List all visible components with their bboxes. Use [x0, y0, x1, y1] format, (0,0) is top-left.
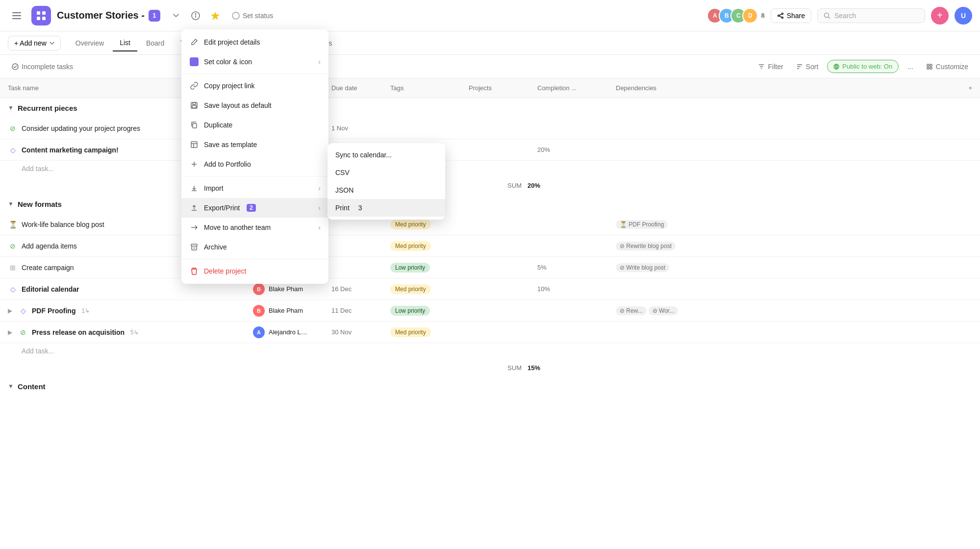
add-task-recurrent[interactable]: Add task... [0, 161, 980, 176]
global-add-button[interactable]: + [931, 7, 949, 25]
submenu-item-csv[interactable]: CSV [327, 164, 445, 181]
expand-icon[interactable]: ▶ [8, 307, 12, 314]
table-row[interactable]: ⊘ Consider updating your project progres… [0, 118, 980, 139]
set-status-button[interactable]: Set status [227, 9, 278, 23]
submenu-export: Sync to calendar... CSV JSON Print 3 [327, 143, 445, 220]
task-deps: ⏳ PDF Proofing [616, 220, 714, 229]
task-due: 11 Dec [331, 307, 390, 314]
top-bar-actions: Set status [168, 8, 278, 24]
task-deps: ⊘ Write blog post [616, 263, 714, 272]
svg-rect-30 [930, 64, 932, 66]
tag-med-priority: Med priority [390, 327, 431, 337]
task-complete-icon: ⊘ [18, 327, 28, 337]
avatars: A B C D 8 [707, 8, 764, 24]
sum-row-recurrent: SUM 20% [0, 176, 980, 194]
share-button[interactable]: Share [771, 8, 811, 23]
add-new-button[interactable]: + Add new [8, 36, 61, 50]
menu-item-set-color[interactable]: Set color & icon › [181, 52, 328, 72]
col-projects: Projects [469, 84, 537, 92]
top-bar: Customer Stories - 1 Set status A B C D … [0, 0, 980, 31]
col-due-date: Due date [331, 84, 390, 92]
hamburger-button[interactable] [8, 7, 25, 25]
tag-med-priority: Med priority [390, 284, 431, 294]
menu-item-add-portfolio[interactable]: Add to Portfolio [181, 154, 328, 174]
tab-board[interactable]: Board [139, 35, 171, 51]
move-icon [189, 223, 199, 232]
svg-rect-32 [930, 67, 932, 69]
svg-rect-4 [42, 11, 46, 15]
task-assignee: B Blake Pham [253, 283, 331, 295]
submenu-arrow-export: › [318, 204, 321, 212]
task-name-editorial: ◇ Editorial calendar [8, 284, 253, 294]
svg-point-14 [781, 17, 783, 18]
incomplete-tasks-button[interactable]: Incomplete tasks [8, 60, 77, 74]
dropdown-arrow-button[interactable] [168, 8, 184, 24]
task-tags: Med priority [390, 327, 469, 337]
table-row[interactable]: ⊞ Create campaign Low priority 5% ⊘ Writ… [0, 257, 980, 278]
submenu-item-json[interactable]: JSON [327, 181, 445, 199]
menu-item-export-print[interactable]: Export/Print 2 › [181, 198, 328, 218]
menu-item-archive[interactable]: Archive [181, 237, 328, 257]
menu-item-copy-link[interactable]: Copy project link [181, 76, 328, 96]
star-button[interactable] [207, 8, 223, 24]
task-diamond-icon: ◇ [8, 284, 18, 294]
tab-list[interactable]: List [113, 35, 137, 51]
project-title: Customer Stories - 1 [57, 10, 160, 22]
svg-rect-0 [12, 12, 21, 13]
task-completion: 10% [537, 285, 616, 293]
table-row[interactable]: ◇ Content marketing campaign! B Blake Ph… [0, 139, 980, 161]
col-add[interactable]: + [968, 84, 972, 92]
menu-item-move-team[interactable]: Move to another team › [181, 218, 328, 237]
table-row[interactable]: ▶ ◇ PDF Proofing 1↳ B Blake Pham 11 Dec … [0, 300, 980, 322]
dropdown-menu: Edit project details Set color & icon › … [181, 29, 328, 284]
sort-button[interactable]: Sort [792, 60, 823, 74]
svg-rect-6 [42, 17, 46, 20]
menu-item-save-template[interactable]: Save as template [181, 135, 328, 154]
table-row[interactable]: ⊘ Add agenda items Med priority ⊘ Rewrit… [0, 235, 980, 257]
menu-item-save-layout[interactable]: Save layout as default [181, 96, 328, 115]
submenu-item-print[interactable]: Print 3 [327, 199, 445, 217]
svg-rect-36 [193, 124, 197, 128]
section-toggle-content[interactable]: ▼ [8, 383, 14, 390]
customize-button[interactable]: Customize [922, 60, 972, 74]
svg-point-11 [232, 12, 239, 19]
table-row[interactable]: ◇ Editorial calendar B Blake Pham 16 Dec… [0, 278, 980, 300]
menu-item-delete[interactable]: Delete project [181, 261, 328, 281]
menu-divider-3 [181, 259, 328, 259]
table-row[interactable]: ▶ ⊘ Press release on acquisition 5↳ A Al… [0, 322, 980, 343]
expand-icon[interactable]: ▶ [8, 329, 12, 336]
task-deps: ⊘ Rewrite blog post [616, 242, 714, 250]
task-grid-icon: ⊞ [8, 263, 18, 273]
svg-rect-29 [927, 64, 929, 66]
add-task-new-formats[interactable]: Add task... [0, 343, 980, 359]
menu-item-duplicate[interactable]: Duplicate [181, 115, 328, 135]
public-web-button[interactable]: Public to web: On [827, 60, 899, 73]
search-box[interactable]: Search [817, 8, 925, 23]
app-icon [31, 6, 51, 25]
submenu-item-sync-cal[interactable]: Sync to calendar... [327, 146, 445, 164]
info-button[interactable] [188, 8, 203, 24]
task-tags: Med priority [390, 284, 469, 294]
archive-icon [189, 242, 199, 252]
tab-overview[interactable]: Overview [69, 35, 111, 51]
subtask-count: 5↳ [130, 329, 139, 336]
menu-item-edit-project[interactable]: Edit project details [181, 32, 328, 52]
svg-point-12 [781, 13, 783, 14]
table-row[interactable]: ⏳ Work-life balance blog post Med priori… [0, 214, 980, 235]
more-button[interactable]: ... [904, 60, 917, 74]
dep-badge-wor: ⊘ Wor... [649, 306, 678, 315]
section-toggle-new-formats[interactable]: ▼ [8, 200, 14, 207]
export-icon [189, 203, 199, 213]
menu-item-import[interactable]: Import › [181, 178, 328, 198]
task-name-pdf-proofing: ▶ ◇ PDF Proofing 1↳ [8, 306, 253, 316]
section-toggle-recurrent[interactable]: ▼ [8, 104, 14, 111]
print-badge: 3 [358, 204, 362, 212]
filter-button[interactable]: Filter [754, 60, 787, 74]
submenu-arrow-icon: › [318, 58, 321, 66]
task-tags: Med priority [390, 220, 469, 229]
svg-rect-37 [191, 142, 197, 148]
task-due: 1 Nov [331, 125, 390, 132]
section-content: ▼ Content [0, 376, 980, 396]
avatar-count: 8 [761, 12, 764, 19]
current-user-avatar[interactable]: U [955, 7, 972, 25]
